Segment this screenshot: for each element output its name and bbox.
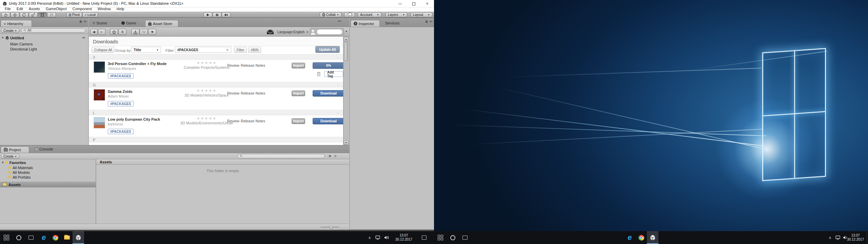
network-tray-icon[interactable] [834,231,842,244]
scene-row-untitled[interactable]: ▼ Untitled ▾≡ [0,35,88,40]
chevron-down-icon[interactable]: ▼ [345,30,348,33]
collab-dropdown[interactable]: ✓ Collab▼ [320,12,341,17]
volume-tray-icon[interactable] [382,231,391,244]
foldout-icon[interactable]: ▼ [1,36,4,39]
bin-tag-button[interactable]: #BIN [248,47,261,53]
collapse-section-icon[interactable]: - [337,110,338,115]
task-view-button[interactable] [459,231,471,244]
tab-game[interactable]: Game [119,20,139,26]
language-dropdown[interactable]: Language:English ▼ [277,29,309,35]
project-content-pane[interactable]: This folder is empty [96,165,349,224]
project-search-input[interactable] [237,154,325,158]
menu-help[interactable]: Help [117,7,124,11]
tab-inspector[interactable]: i Inspector [351,20,380,27]
tag-chip[interactable]: #PACKAGES [108,129,134,134]
move-tool-button[interactable] [11,12,19,17]
cart-button[interactable] [140,29,148,35]
back-button[interactable]: ◀ [90,29,98,35]
tray-overflow-button[interactable]: ∧ [366,231,373,244]
tray-overflow-button[interactable]: ∧ [827,231,833,244]
store-scrollbar[interactable]: ▲ ▼ [343,37,349,145]
tab-console[interactable]: Console [32,146,56,152]
package-title[interactable]: Gamma Zoids [108,89,133,94]
package-thumbnail[interactable] [94,117,105,128]
package-author[interactable]: karboosx [108,122,123,126]
project-create-button[interactable]: Create▼ [1,154,19,159]
review-link[interactable]: Review [227,119,239,123]
review-link[interactable]: Review [227,63,239,67]
show-desktop-button[interactable] [867,231,868,244]
release-notes-link[interactable]: Release Notes [241,63,265,67]
download-button[interactable]: Download [313,118,343,124]
hierarchy-search-input[interactable]: All [21,28,85,33]
favorite-all-materials[interactable]: ⊙ All Materials [0,165,96,170]
collapse-all-button[interactable]: Collapse All [92,47,115,53]
unity-taskbar-button[interactable] [647,231,658,244]
menu-component[interactable]: Component [73,7,92,11]
pause-button[interactable] [213,12,221,17]
cortana-button[interactable] [13,231,24,244]
tab-asset-store[interactable]: Asset Store [145,20,178,27]
close-button[interactable]: × [420,0,434,7]
unity-taskbar-button[interactable] [73,231,84,244]
tag-chip[interactable]: #PACKAGES [108,73,134,79]
review-link[interactable]: Review [227,91,239,95]
menu-assets[interactable]: Assets [29,7,40,11]
favorite-all-prefabs[interactable]: ⊙ All Prefabs [0,175,96,180]
minimize-button[interactable] [393,0,407,7]
edge-taskbar-button[interactable]: e [38,231,50,244]
filter-button[interactable]: Filter [234,47,247,53]
local-toggle-button[interactable]: Local [82,12,98,17]
package-thumbnail[interactable] [94,89,105,101]
import-button[interactable]: Import [292,118,305,124]
tab-services[interactable]: Services [382,20,402,26]
pivot-toggle-button[interactable]: Pivot [66,12,82,17]
release-notes-link[interactable]: Release Notes [241,119,265,123]
clock-tray[interactable]: 13:0730.12.2017 [393,231,415,244]
scene-menu-icon[interactable]: ▾≡ [82,36,85,39]
home-button[interactable] [110,29,118,35]
tab-hierarchy[interactable]: ≡Hierarchy [1,20,32,27]
favorite-all-models[interactable]: ⊙ All Models [0,170,96,175]
foldout-icon[interactable]: ▼ [1,161,4,164]
group-by-select[interactable]: Title ▼ [131,47,161,53]
favorites-root[interactable]: ▼ ★ Favorites [0,160,96,165]
favorites-button[interactable]: ♥ [148,29,156,35]
hierarchy-item-main-camera[interactable]: Main Camera [0,41,88,46]
pane-menu-icon[interactable]: ▾≡ [430,20,433,23]
hierarchy-item-directional-light[interactable]: Directional Light [0,46,88,52]
play-button[interactable] [203,12,212,17]
package-author[interactable]: Adam Moser [108,94,129,98]
scroll-down-icon[interactable]: ▼ [344,140,348,145]
update-all-button[interactable]: Update All [315,46,340,53]
step-button[interactable] [222,12,231,17]
maximize-button[interactable] [407,0,420,7]
saved-search-icon[interactable]: ★ [328,154,332,158]
account-user-button[interactable] [310,28,344,36]
filter-input[interactable] [177,48,226,52]
package-author[interactable]: Vinicius Marques [108,66,136,70]
menu-gameobject[interactable]: GameObject [46,7,67,11]
transform-tool-button[interactable] [47,12,56,17]
network-tray-icon[interactable] [374,231,382,244]
chrome-taskbar-button[interactable] [50,231,61,244]
scroll-up-icon[interactable]: ▲ [344,37,348,41]
lock-icon[interactable] [79,20,82,23]
package-thumbnail[interactable] [94,61,105,73]
trash-icon[interactable] [317,72,321,76]
slider-knob[interactable] [330,226,333,229]
scale-tool-button[interactable] [29,12,38,17]
mail-icon[interactable] [267,29,274,35]
collapse-section-icon[interactable]: - [337,55,338,59]
cloud-button[interactable] [344,12,355,17]
release-notes-link[interactable]: Release Notes [241,91,265,95]
download-manager-button[interactable] [131,29,139,35]
package-title[interactable]: Low poly European City Pack [108,117,160,121]
menu-window[interactable]: Window [98,7,111,11]
task-view-button[interactable] [25,231,37,244]
clock-tray[interactable]: 13:0730.12.2017 [844,231,867,244]
start-button[interactable] [1,231,12,244]
import-button[interactable]: Import [292,90,305,96]
layers-dropdown[interactable]: Layers▼ [386,12,407,17]
action-center-button[interactable] [419,231,429,244]
